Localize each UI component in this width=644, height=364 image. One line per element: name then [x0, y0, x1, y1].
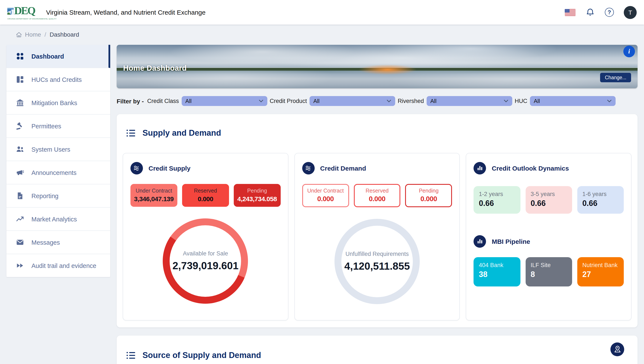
top-bar: DEQ VIRGINIA DEPARTMENT OF ENVIRONMENTAL… [0, 0, 644, 25]
deq-logo: DEQ VIRGINIA DEPARTMENT OF ENVIRONMENTAL… [7, 5, 35, 20]
sidebar-item-label: Market Analytics [32, 216, 77, 222]
info-button[interactable]: i [623, 46, 635, 57]
chip-label: Under Contract [303, 188, 348, 194]
chip-label: Pending [234, 188, 280, 194]
map-pin-icon [613, 345, 622, 353]
chip-value: 3,346,047.139 [131, 195, 176, 202]
tile-value: 0.66 [530, 199, 567, 208]
sidebar-item-hucs-and-credits[interactable]: HUCs and Credits [6, 68, 110, 91]
sidebar-item-label: Dashboard [32, 53, 64, 60]
bank-icon [16, 99, 24, 107]
sidebar-item-label: Permittees [32, 123, 61, 129]
credit-demand-title: Credit Demand [320, 164, 366, 172]
sidebar-item-label: HUCs and Credits [32, 76, 82, 83]
sidebar-item-label: Announcements [32, 169, 77, 176]
filter-bar: Filter by - Credit Class All Credit Prod… [117, 96, 638, 106]
chevron-down-icon [258, 100, 263, 103]
donut-center: Unfulfilled Requirements 4,120,511.855 [334, 219, 420, 304]
rivershed-dropdown[interactable]: All [426, 96, 512, 106]
tile-value: 27 [582, 270, 618, 279]
app-viewport: DEQ VIRGINIA DEPARTMENT OF ENVIRONMENTAL… [0, 0, 644, 364]
chip-label: Reserved [183, 188, 228, 194]
filter-label-credit-product: Credit Product [270, 98, 307, 104]
credit-demand-donut-wrap: Unfulfilled Requirements 4,120,511.855 [302, 219, 452, 304]
user-avatar[interactable]: T [624, 6, 637, 19]
notifications-button[interactable] [586, 8, 595, 17]
sidebar-item-announcements[interactable]: Announcements [6, 161, 110, 184]
chip-label: Pending [406, 188, 451, 194]
deq-logo-mark-icon [7, 5, 14, 17]
tile-label: 1-2 years [479, 191, 515, 197]
sidebar-item-reporting[interactable]: Reporting [6, 184, 110, 208]
credit-demand-header: Credit Demand [302, 162, 452, 174]
tile-label: ILF Site [530, 262, 567, 268]
credit-outlook-title: Credit Outlook Dynamics [492, 164, 569, 172]
supply-and-demand-header: Supply and Demand [123, 122, 632, 145]
donut-label: Available for Sale [183, 250, 228, 256]
mbi-pipeline-header: MBI Pipeline [474, 235, 624, 247]
tile-label: Nutrient Bank [582, 262, 618, 268]
credit-product-dropdown[interactable]: All [310, 96, 395, 106]
source-of-supply-section: Source of Supply and Demand [117, 335, 638, 364]
tile-label: 3-5 years [530, 191, 567, 197]
sidebar-item-audit-trail[interactable]: Audit trail and evidence [6, 254, 110, 277]
supply-under-contract-chip: Under Contract 3,346,047.139 [130, 184, 177, 207]
deq-logo-subtext: VIRGINIA DEPARTMENT OF ENVIRONMENTAL QUA… [7, 18, 35, 20]
sidebar-item-market-analytics[interactable]: Market Analytics [6, 208, 110, 231]
credit-product-value: All [314, 98, 320, 104]
breadcrumb-home-link[interactable]: Home [16, 31, 41, 38]
chip-value: 0.000 [406, 195, 451, 203]
source-section-title: Source of Supply and Demand [142, 351, 261, 360]
main-content: Home Dashboard Change... Filter by - Cre… [117, 45, 638, 364]
app-title: Virginia Stream, Wetland, and Nutrient C… [46, 9, 206, 16]
sidebar: Dashboard HUCs and Credits Mitigation Ba… [6, 45, 110, 277]
breadcrumb-current: Dashboard [50, 31, 79, 38]
help-button[interactable]: ? [605, 8, 614, 17]
map-view-button[interactable] [610, 342, 624, 356]
credit-outlook-header: Credit Outlook Dynamics [474, 162, 624, 174]
layout-icon [16, 75, 24, 84]
mbi-nutrient-bank-tile: Nutrient Bank 27 [577, 257, 624, 286]
outlook-1-6-years-tile: 1-6 years 0.66 [577, 186, 624, 213]
supply-and-demand-section: Supply and Demand [117, 114, 638, 327]
home-banner: Home Dashboard Change... [117, 45, 638, 88]
outlook-tiles: 1-2 years 0.66 3-5 years 0.66 1-6 years … [474, 186, 624, 213]
dashboard-grid-icon [16, 52, 24, 60]
breadcrumb: Home / Dashboard [16, 30, 644, 39]
water-waves-icon [302, 162, 314, 174]
huc-value: All [534, 98, 540, 104]
document-icon [16, 192, 24, 200]
huc-dropdown[interactable]: All [530, 96, 616, 106]
info-icon: i [628, 48, 630, 55]
tile-value: 0.66 [479, 199, 515, 208]
chip-value: 0.000 [183, 195, 228, 202]
demand-under-contract-chip: Under Contract 0.000 [302, 184, 349, 207]
sidebar-item-label: Reporting [32, 192, 58, 199]
credit-class-value: All [185, 98, 192, 104]
change-banner-button[interactable]: Change... [600, 73, 631, 82]
users-icon [16, 145, 24, 153]
donut-label: Unfulfilled Requirements [346, 250, 409, 257]
sidebar-item-permittees[interactable]: Permittees [6, 115, 110, 138]
sidebar-item-system-users[interactable]: System Users [6, 138, 110, 161]
megaphone-icon [16, 168, 24, 177]
credit-class-dropdown[interactable]: All [182, 96, 267, 106]
question-mark-icon: ? [605, 8, 614, 17]
envelope-icon [16, 238, 24, 246]
filter-prefix-label: Filter by - [117, 98, 144, 105]
sidebar-item-mitigation-banks[interactable]: Mitigation Banks [6, 91, 110, 115]
deq-logo-text: DEQ [14, 5, 35, 16]
top-bar-actions: ? T [565, 6, 637, 19]
sidebar-item-messages[interactable]: Messages [6, 231, 110, 254]
rivershed-value: All [430, 98, 436, 104]
sidebar-item-label: Audit trail and evidence [32, 262, 96, 269]
language-flag-icon[interactable] [565, 9, 576, 16]
sidebar-item-dashboard[interactable]: Dashboard [6, 45, 110, 68]
list-icon [126, 129, 136, 137]
chevron-down-icon [504, 100, 508, 103]
credit-supply-title: Credit Supply [148, 164, 190, 172]
demand-reserved-chip: Reserved 0.000 [354, 184, 400, 207]
bar-chart-icon [474, 235, 486, 247]
chip-value: 0.000 [354, 195, 400, 203]
filter-label-rivershed: Rivershed [398, 98, 424, 104]
